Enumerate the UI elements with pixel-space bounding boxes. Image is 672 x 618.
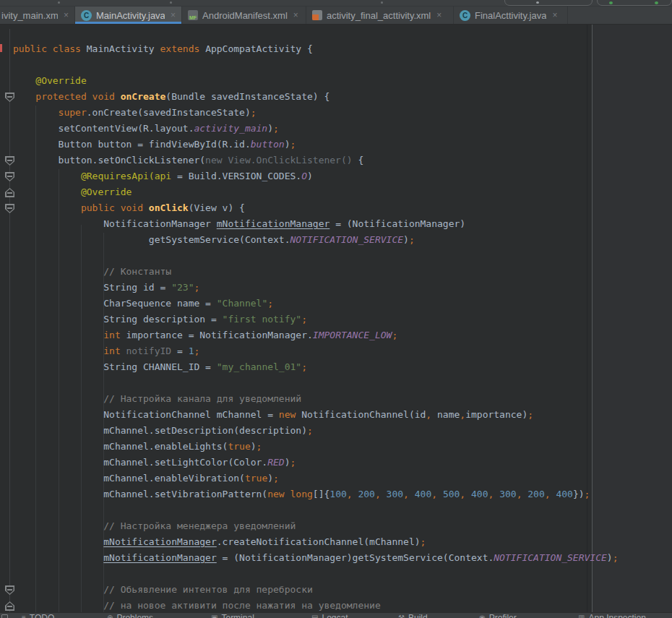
fold-marker-up-icon[interactable] [5, 188, 14, 197]
code-line[interactable]: // Настройка менеджера уведомлений [13, 518, 619, 534]
code-token: name [431, 409, 460, 420]
code-line[interactable]: // Константы [13, 264, 619, 280]
code-token: ; [392, 330, 397, 340]
tab-close-icon[interactable]: × [171, 10, 176, 20]
code-token: , [460, 409, 465, 420]
toolwindow-button-profiler[interactable]: ◉Profiler [479, 614, 517, 618]
code-line[interactable]: mChannel.enableVibration(true); [13, 471, 619, 486]
code-line[interactable]: super.onCreate(savedInstanceState); [13, 105, 619, 121]
tab-AndroidManifest.xml[interactable]: MFAndroidManifest.xml× [182, 7, 306, 24]
code-token: mChannel.enableVibration( [13, 473, 245, 484]
code-line[interactable]: public class MainActivity extends AppCom… [13, 41, 619, 57]
device-selector-button[interactable] [504, 0, 593, 6]
code-line[interactable]: String CHANNEL_ID = "my_channel_01"; [13, 359, 619, 375]
toolwindow-button-app-inspection[interactable]: ▥App Inspection [578, 614, 646, 618]
code-line[interactable]: int importance = NotificationManager.IMP… [13, 327, 619, 343]
toolwindow-button-build[interactable]: ⚒Build [398, 614, 428, 618]
code-token: true [228, 441, 250, 452]
code-token: ) [403, 234, 409, 245]
code-token: String description = [13, 314, 223, 325]
tab-close-icon[interactable]: × [293, 10, 298, 20]
code-line[interactable]: Button button = findViewById(R.id.button… [13, 137, 619, 153]
fold-marker-down-icon[interactable] [5, 156, 14, 166]
code-line[interactable]: button.setOnClickListener(new View.OnCli… [13, 153, 619, 168]
code-line[interactable]: NotificationChannel mChannel = new Notif… [13, 407, 619, 423]
code-token: ; [290, 457, 296, 468]
code-line[interactable]: @Override [13, 184, 619, 200]
code-token: "23" [171, 282, 194, 293]
code-line[interactable]: mChannel.setVibrationPattern(new long[]{… [13, 486, 619, 502]
tab-label: activity_final_acttivity.xml [327, 10, 431, 21]
run-icon[interactable] [609, 1, 613, 4]
logcat-icon: ▤ [311, 614, 318, 618]
code-line[interactable]: mNotificationManager = (NotificationMana… [13, 550, 619, 566]
tab-MainActivity.java[interactable]: CMainActivity.java× [75, 7, 182, 24]
tab-close-icon[interactable]: × [436, 10, 441, 20]
code-token: ; [194, 282, 199, 293]
code-area[interactable]: public class MainActivity extends AppCom… [13, 41, 619, 612]
tab-close-icon[interactable]: × [64, 10, 69, 20]
code-token: 200 [527, 489, 544, 499]
debug-icon[interactable] [655, 1, 658, 4]
code-token: NotificationChannel(id [301, 409, 426, 420]
tool-window-anchor-icon[interactable] [1, 614, 8, 618]
code-line[interactable]: mChannel.setDescription(description); [13, 423, 619, 439]
code-line[interactable]: // на новое активити после нажатия на ув… [13, 598, 619, 612]
code-line[interactable]: setContentView(R.layout.activity_main); [13, 121, 619, 137]
tab-close-icon[interactable]: × [552, 10, 557, 20]
code-line[interactable] [13, 566, 619, 582]
code-line[interactable]: NotificationManager mNotificationManager… [13, 216, 619, 232]
code-line[interactable]: String id = "23"; [13, 280, 619, 296]
code-token: CharSequence name = [13, 298, 217, 309]
code-token: ; [613, 552, 619, 563]
code-token: ) [267, 473, 273, 484]
fold-marker-up-icon[interactable] [5, 601, 14, 611]
problems-icon: ⊕ [107, 614, 113, 618]
fold-marker-down-icon[interactable] [5, 585, 14, 595]
code-token: O [301, 171, 307, 181]
code-token: ; [301, 314, 307, 325]
code-line[interactable] [13, 57, 619, 73]
code-line[interactable]: // Обьявление интентов для переброски [13, 582, 619, 598]
code-line[interactable]: getSystemService(Context.NOTIFICATION_SE… [13, 232, 619, 248]
code-line[interactable]: int notifyID = 1; [13, 343, 619, 359]
code-token: 400 [556, 489, 572, 499]
fold-marker-down-icon[interactable] [5, 204, 14, 213]
run-controls-group[interactable] [597, 0, 672, 6]
code-line[interactable]: @Override [13, 73, 619, 89]
code-line[interactable]: String description = "first notify"; [13, 312, 619, 327]
code-line[interactable]: CharSequence name = "Channel"; [13, 296, 619, 312]
code-line[interactable]: mNotificationManager.createNotificationC… [13, 534, 619, 550]
code-editor[interactable]: public class MainActivity extends AppCom… [0, 25, 672, 612]
toolwindow-button-terminal[interactable]: ▣Terminal [211, 614, 254, 618]
code-token: @RequiresApi(api [13, 171, 171, 181]
tab-FinalActtivity.java[interactable]: CFinalActtivity.java× [454, 7, 568, 24]
code-line[interactable]: @RequiresApi(api = Build.VERSION_CODES.O… [13, 168, 619, 184]
code-line[interactable] [13, 502, 619, 518]
code-token: }) [573, 489, 585, 499]
code-token: RED [267, 457, 284, 468]
code-line[interactable]: protected void onCreate(Bundle savedInst… [13, 89, 619, 105]
tab-ivity_main.xml[interactable]: ivity_main.xml× [0, 7, 75, 24]
code-line[interactable]: mChannel.setLightColor(Color.RED); [13, 455, 619, 471]
toolwindow-button-logcat[interactable]: ▤Logcat [311, 614, 348, 618]
code-line[interactable]: mChannel.enableLights(true); [13, 439, 619, 455]
editor-tab-bar: ivity_main.xml×CMainActivity.java×MFAndr… [0, 7, 672, 25]
tab-activity_final_acttivity.xml[interactable]: activity_final_acttivity.xml× [306, 7, 454, 24]
code-line[interactable]: // Настройка канала для уведомлений [13, 391, 619, 407]
fold-marker-down-icon[interactable] [5, 172, 14, 181]
toolwindow-button-problems[interactable]: ⊕Problems [107, 614, 153, 618]
code-token: notifyID [126, 346, 172, 356]
code-token: , [545, 489, 556, 499]
code-token: ; [273, 123, 279, 134]
code-token: 200 [358, 489, 374, 499]
code-line[interactable] [13, 375, 619, 391]
code-token: extends [160, 43, 206, 54]
code-token: , [426, 409, 431, 420]
toolwindow-button-todo[interactable]: ≡TODO [22, 614, 54, 618]
code-token: int [13, 330, 126, 340]
code-line[interactable] [13, 248, 619, 264]
fold-marker-down-icon[interactable] [5, 93, 14, 102]
code-token: // Настройка менеджера уведомлений [13, 520, 296, 531]
code-line[interactable]: public void onClick(View v) { [13, 200, 619, 216]
